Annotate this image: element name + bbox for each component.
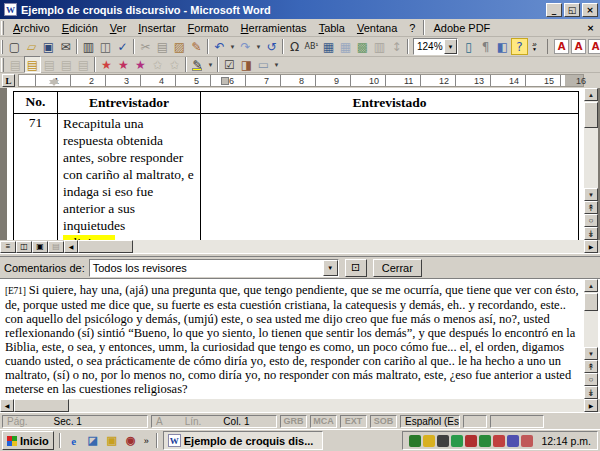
- sort-button[interactable]: ↕: [388, 38, 405, 55]
- scroll-up-icon[interactable]: ▲: [584, 279, 598, 292]
- cut-button[interactable]: ✂: [137, 38, 154, 55]
- scroll-left-icon[interactable]: ◀: [0, 399, 14, 412]
- tray-icon-7[interactable]: [493, 435, 505, 447]
- toggle-mca[interactable]: MCA: [310, 415, 337, 428]
- reject-change-button[interactable]: ★: [115, 56, 132, 73]
- toolbar-gripper[interactable]: [1, 40, 3, 54]
- normal-view-button[interactable]: ≡: [0, 241, 16, 253]
- tray-icon-3[interactable]: [437, 435, 449, 447]
- vscroll-thumb[interactable]: [584, 293, 598, 311]
- comment-go-button[interactable]: ▭: [255, 56, 272, 73]
- insert-comment-button[interactable]: ▤: [24, 56, 41, 73]
- previous-page-icon[interactable]: ↟: [584, 360, 598, 373]
- menu-archivo[interactable]: Archivo: [7, 20, 56, 36]
- tray-icon-1[interactable]: [409, 435, 421, 447]
- redo-dropdown[interactable]: ▼: [254, 38, 263, 55]
- document-map-button[interactable]: ▯: [460, 38, 477, 55]
- comments-vscrollbar[interactable]: ▲ ▼ ↟ ○ ↡: [584, 279, 598, 399]
- comments-hscrollbar[interactable]: ◀ ▶: [0, 399, 600, 412]
- task-button-word[interactable]: W Ejemplo de croquis dis...: [163, 431, 323, 450]
- comment-e71[interactable]: [E71] Si quiere, hay una, (ajá) una preg…: [5, 283, 579, 399]
- form-checkbox-button[interactable]: ☑: [221, 56, 238, 73]
- previous-page-icon[interactable]: ↟: [584, 201, 598, 214]
- spelling-button[interactable]: ✓: [114, 38, 131, 55]
- scroll-right-icon[interactable]: ▶: [584, 240, 598, 253]
- outline-view-button[interactable]: ▤: [48, 241, 64, 253]
- scroll-down-icon[interactable]: ▼: [584, 188, 598, 201]
- prev-comment-button[interactable]: ▤: [7, 56, 24, 73]
- help-button[interactable]: ?: [511, 38, 528, 55]
- insert-sound-comment-button[interactable]: ⊡: [345, 259, 367, 277]
- print-button[interactable]: ▥: [80, 38, 97, 55]
- restore-button[interactable]: ◱: [564, 3, 580, 17]
- quicklaunch-ie-icon[interactable]: e: [66, 433, 82, 449]
- insert-excel-button[interactable]: ▩: [354, 38, 371, 55]
- tray-icon-4[interactable]: [451, 435, 463, 447]
- reviewer-combo[interactable]: Todos los revisores ▼: [89, 259, 339, 277]
- delete-comment-button[interactable]: ▤: [75, 56, 92, 73]
- quicklaunch-desktop-icon[interactable]: ▣: [104, 433, 120, 449]
- menu-formato[interactable]: Formato: [182, 20, 235, 36]
- menu-tabla[interactable]: Tabla: [313, 20, 351, 36]
- next-comment-button[interactable]: ▤: [58, 56, 75, 73]
- quicklaunch-netmeeting-icon[interactable]: ◉: [123, 433, 139, 449]
- language-indicator[interactable]: Español (Es: [400, 415, 460, 428]
- tables-borders-button[interactable]: ▦: [320, 38, 337, 55]
- col-header-no[interactable]: No.: [14, 92, 58, 114]
- hscroll-thumb[interactable]: [78, 240, 133, 253]
- row71-number[interactable]: 71: [14, 114, 58, 241]
- quicklaunch-chevron-icon[interactable]: »: [142, 436, 151, 446]
- comment-go-dropdown[interactable]: ▼: [272, 56, 281, 73]
- insert-symbol-button[interactable]: Ω: [286, 38, 303, 55]
- tray-icon-8[interactable]: [507, 435, 519, 447]
- tray-icon-5[interactable]: [465, 435, 477, 447]
- browse-object-icon[interactable]: ○: [584, 373, 598, 386]
- undo-button[interactable]: ↶: [211, 38, 228, 55]
- highlight-button[interactable]: ✎: [189, 56, 206, 73]
- print-preview-button[interactable]: ◫: [97, 38, 114, 55]
- menu-gripper[interactable]: [1, 21, 4, 35]
- row71-entrevistador[interactable]: Recapitula una respuesta obtenida antes,…: [58, 114, 201, 241]
- clock[interactable]: 12:14 p.m.: [541, 435, 591, 447]
- menu-edicion[interactable]: Edición: [56, 20, 104, 36]
- print-layout-button[interactable]: ▣: [32, 241, 48, 253]
- start-button[interactable]: Inicio: [2, 431, 54, 450]
- edit-comment-button[interactable]: ▤: [41, 56, 58, 73]
- browse-object-icon[interactable]: ○: [584, 214, 598, 227]
- menu-ventana[interactable]: Ventana: [351, 20, 403, 36]
- next-change-button[interactable]: ✩: [166, 56, 183, 73]
- format-painter-button[interactable]: ✎: [188, 38, 205, 55]
- open-button[interactable]: ▱: [23, 38, 40, 55]
- document-page[interactable]: No. Entrevistador Entrevistado 71 Recapi…: [7, 88, 584, 240]
- document-vscrollbar[interactable]: ▲ ▼ ↟ ○ ↡: [584, 88, 598, 240]
- scroll-up-icon[interactable]: ▲: [584, 88, 598, 101]
- close-document-icon[interactable]: ×: [583, 21, 598, 34]
- columns-button[interactable]: ▥: [371, 38, 388, 55]
- toggle-grb[interactable]: GRB: [280, 415, 307, 428]
- toggle-ext[interactable]: EXT: [340, 415, 367, 428]
- next-page-icon[interactable]: ↡: [584, 386, 598, 399]
- reviewer-dropdown[interactable]: ▼: [323, 260, 338, 276]
- document-hscrollbar[interactable]: ≡ ◫ ▣ ▤ ◀ ▶: [0, 240, 600, 253]
- title-bar[interactable]: W Ejemplo de croquis discursivo - Micros…: [0, 0, 600, 19]
- copy-button[interactable]: ▤: [154, 38, 171, 55]
- close-button[interactable]: ×: [582, 3, 598, 17]
- menu-insertar[interactable]: Insertar: [132, 20, 181, 36]
- toolbar-gripper[interactable]: [1, 58, 4, 72]
- comments-pane-body[interactable]: [E71] Si quiere, hay una, (ajá) una preg…: [0, 279, 600, 399]
- highlight-dropdown[interactable]: ▼: [206, 56, 215, 73]
- menu-adobe-pdf[interactable]: Adobe PDF: [427, 20, 496, 36]
- table-column-marker[interactable]: [221, 77, 229, 85]
- accept-change-button[interactable]: ★: [98, 56, 115, 73]
- zoom-dropdown[interactable]: ▼: [444, 39, 457, 54]
- menu-help[interactable]: ?: [403, 20, 421, 36]
- prev-change-button[interactable]: ✩: [149, 56, 166, 73]
- scroll-left-icon[interactable]: ◀: [64, 240, 78, 253]
- redo-button[interactable]: ↷: [237, 38, 254, 55]
- tray-icon-9[interactable]: [521, 435, 533, 447]
- scroll-right-icon[interactable]: ▶: [584, 399, 598, 412]
- paste-button[interactable]: ▨: [171, 38, 188, 55]
- undo-dropdown[interactable]: ▼: [228, 38, 237, 55]
- col-header-entrevistado[interactable]: Entrevistado: [201, 92, 579, 114]
- mail-button[interactable]: ✉: [57, 38, 74, 55]
